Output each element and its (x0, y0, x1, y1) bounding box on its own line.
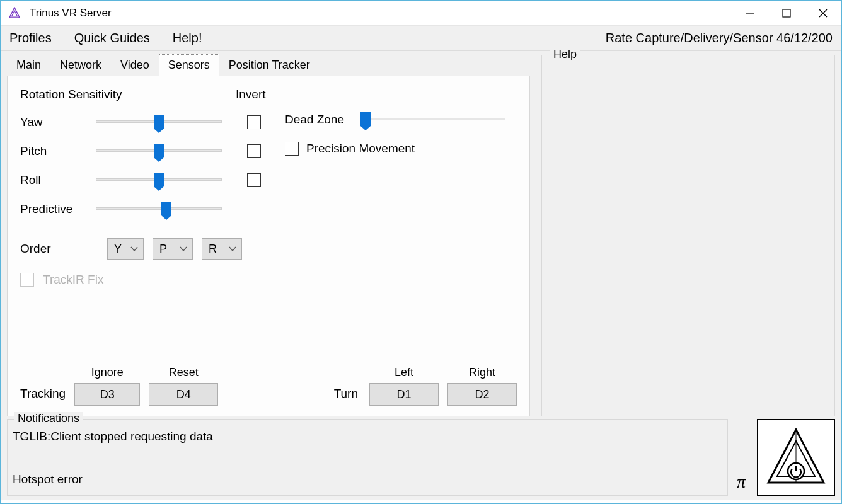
window-title: Trinus VR Server (30, 7, 112, 20)
turn-left-button[interactable]: D1 (369, 383, 439, 406)
svg-rect-1 (783, 9, 790, 17)
trackir-fix-checkbox[interactable] (20, 273, 34, 287)
notifications-panel: Notifications TGLIB:Client stopped reque… (7, 419, 728, 496)
tab-strip: Main Network Video Sensors Position Trac… (7, 55, 530, 76)
notification-line-1: TGLIB:Client stopped requesting data (13, 430, 718, 444)
tab-main[interactable]: Main (7, 54, 50, 76)
deadzone-slider[interactable] (360, 112, 505, 128)
roll-label: Roll (20, 173, 96, 187)
turn-right-button[interactable]: D2 (447, 383, 517, 406)
roll-slider[interactable] (96, 172, 222, 188)
tracking-label: Tracking (20, 387, 66, 406)
order-combo-1[interactable]: Y (107, 238, 144, 260)
rotation-sensitivity-header: Rotation Sensitivity (20, 88, 517, 101)
start-button[interactable] (757, 419, 835, 496)
menubar: Profiles Quick Guides Help! Rate Capture… (1, 26, 841, 51)
notification-line-2: Hotspot error (13, 472, 718, 486)
trackir-fix-label: TrackIR Fix (43, 273, 103, 287)
close-button[interactable] (805, 1, 841, 26)
invert-header: Invert (236, 88, 266, 101)
pitch-invert-checkbox[interactable] (247, 144, 261, 158)
triangle-power-icon (764, 426, 828, 489)
precision-movement-checkbox[interactable] (285, 142, 299, 156)
notifications-title: Notifications (14, 412, 83, 425)
help-panel-title: Help (550, 48, 580, 61)
predictive-label: Predictive (20, 202, 96, 216)
order-label: Order (20, 242, 107, 256)
yaw-invert-checkbox[interactable] (247, 115, 261, 129)
rate-status: Rate Capture/Delivery/Sensor 46/12/200 (606, 31, 833, 45)
roll-invert-checkbox[interactable] (247, 173, 261, 187)
minimize-button[interactable] (732, 1, 768, 26)
deadzone-label: Dead Zone (285, 113, 360, 127)
yaw-slider[interactable] (96, 114, 222, 130)
tab-network[interactable]: Network (50, 54, 111, 76)
reset-label: Reset (169, 366, 199, 379)
ignore-label: Ignore (91, 366, 124, 379)
order-combo-2[interactable]: P (153, 238, 193, 260)
menu-help[interactable]: Help! (173, 31, 202, 45)
tab-position-tracker[interactable]: Position Tracker (219, 54, 320, 76)
tab-sensors[interactable]: Sensors (159, 54, 219, 76)
app-icon (8, 7, 21, 20)
tracking-reset-button[interactable]: D4 (149, 383, 218, 406)
left-label: Left (395, 366, 413, 379)
titlebar: Trinus VR Server (1, 1, 841, 26)
menu-profiles[interactable]: Profiles (9, 31, 52, 45)
tracking-ignore-button[interactable]: D3 (74, 383, 140, 406)
tab-video[interactable]: Video (111, 54, 159, 76)
pitch-slider[interactable] (96, 143, 222, 159)
right-label: Right (469, 366, 495, 379)
precision-movement-label: Precision Movement (306, 142, 415, 156)
maximize-button[interactable] (768, 1, 805, 26)
yaw-label: Yaw (20, 115, 96, 129)
pi-button[interactable]: π (728, 419, 754, 496)
order-combo-3[interactable]: R (202, 238, 242, 260)
pitch-label: Pitch (20, 144, 96, 158)
predictive-slider[interactable] (96, 201, 222, 217)
menu-quick-guides[interactable]: Quick Guides (74, 31, 150, 45)
sensors-panel: Rotation Sensitivity Invert Yaw Pitch Ro… (7, 76, 530, 416)
turn-label: Turn (334, 387, 358, 406)
help-panel: Help (541, 55, 835, 416)
